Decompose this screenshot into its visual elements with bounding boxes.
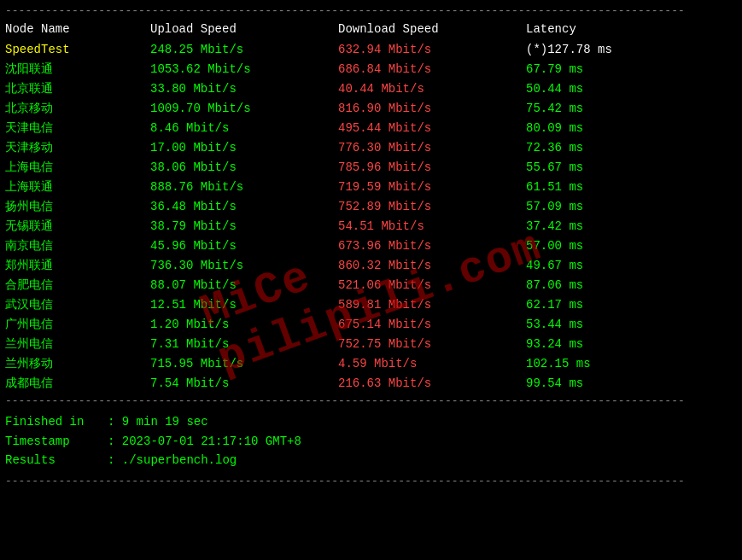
cell-latency: 62.17 ms xyxy=(526,296,697,314)
cell-node: SpeedTest xyxy=(5,41,150,59)
cell-node: 合肥电信 xyxy=(5,277,150,295)
table-row: 合肥电信 88.07 Mbit/s 521.06 Mbit/s 87.06 ms xyxy=(5,276,737,295)
footer-finished-value: : 9 min 19 sec xyxy=(108,412,208,431)
cell-download: 521.06 Mbit/s xyxy=(338,277,526,295)
table-row: 上海联通 888.76 Mbit/s 719.59 Mbit/s 61.51 m… xyxy=(5,178,737,197)
cell-latency: 67.79 ms xyxy=(526,61,697,79)
cell-upload: 888.76 Mbit/s xyxy=(150,178,338,196)
top-divider: ----------------------------------------… xyxy=(5,3,737,19)
cell-upload: 17.00 Mbit/s xyxy=(150,139,338,157)
cell-upload: 715.95 Mbit/s xyxy=(150,355,338,373)
cell-download: 632.94 Mbit/s xyxy=(338,41,526,59)
cell-upload: 8.46 Mbit/s xyxy=(150,120,338,137)
table-header: Node Name Upload Speed Download Speed La… xyxy=(5,19,737,40)
cell-latency: 75.42 ms xyxy=(526,100,697,118)
cell-node: 上海电信 xyxy=(5,159,150,177)
cell-node: 兰州移动 xyxy=(5,355,150,373)
cell-download: 40.44 Mbit/s xyxy=(338,80,526,98)
cell-download: 673.96 Mbit/s xyxy=(338,237,526,255)
header-upload: Upload Speed xyxy=(150,20,338,38)
cell-download: 495.44 Mbit/s xyxy=(338,120,526,137)
cell-latency: 57.00 ms xyxy=(526,237,697,255)
cell-node: 北京联通 xyxy=(5,80,150,98)
table-row: 成都电信 7.54 Mbit/s 216.63 Mbit/s 99.54 ms xyxy=(5,374,737,394)
footer-section: Finished in : 9 min 19 sec Timestamp : 2… xyxy=(5,409,737,473)
cell-upload: 12.51 Mbit/s xyxy=(150,296,338,314)
cell-download: 752.89 Mbit/s xyxy=(338,198,526,216)
cell-upload: 38.06 Mbit/s xyxy=(150,159,338,177)
cell-upload: 1053.62 Mbit/s xyxy=(150,61,338,79)
cell-upload: 33.80 Mbit/s xyxy=(150,80,338,98)
table-row: 兰州电信 7.31 Mbit/s 752.75 Mbit/s 93.24 ms xyxy=(5,335,737,354)
cell-node: 广州电信 xyxy=(5,316,150,334)
cell-upload: 45.96 Mbit/s xyxy=(150,237,338,255)
cell-node: 兰州电信 xyxy=(5,335,150,353)
cell-node: 郑州联通 xyxy=(5,257,150,275)
table-row: 武汉电信 12.51 Mbit/s 589.81 Mbit/s 62.17 ms xyxy=(5,295,737,315)
table-row: 扬州电信 36.48 Mbit/s 752.89 Mbit/s 57.09 ms xyxy=(5,197,737,217)
table-row: 无锡联通 38.79 Mbit/s 54.51 Mbit/s 37.42 ms xyxy=(5,217,737,236)
table-row: 广州电信 1.20 Mbit/s 675.14 Mbit/s 53.44 ms xyxy=(5,315,737,335)
cell-download: 589.81 Mbit/s xyxy=(338,296,526,314)
header-latency: Latency xyxy=(526,20,697,38)
cell-download: 686.84 Mbit/s xyxy=(338,61,526,79)
cell-latency: 57.09 ms xyxy=(526,198,697,216)
cell-latency: 99.54 ms xyxy=(526,375,697,393)
footer-finished-label: Finished in xyxy=(5,412,108,431)
cell-download: 216.63 Mbit/s xyxy=(338,375,526,393)
cell-node: 天津移动 xyxy=(5,139,150,157)
cell-download: 816.90 Mbit/s xyxy=(338,100,526,118)
table-row: 兰州移动 715.95 Mbit/s 4.59 Mbit/s 102.15 ms xyxy=(5,354,737,374)
cell-latency: (*)127.78 ms xyxy=(526,41,697,59)
cell-node: 天津电信 xyxy=(5,120,150,137)
cell-latency: 72.36 ms xyxy=(526,139,697,157)
cell-node: 无锡联通 xyxy=(5,218,150,236)
footer-timestamp-value: : 2023-07-01 21:17:10 GMT+8 xyxy=(108,432,301,451)
footer-results-label: Results xyxy=(5,451,108,470)
cell-download: 776.30 Mbit/s xyxy=(338,139,526,157)
footer-results-value: : ./superbench.log xyxy=(108,451,237,470)
cell-upload: 88.07 Mbit/s xyxy=(150,277,338,295)
footer-timestamp-label: Timestamp xyxy=(5,432,108,451)
table-row: 郑州联通 736.30 Mbit/s 860.32 Mbit/s 49.67 m… xyxy=(5,256,737,276)
cell-upload: 1009.70 Mbit/s xyxy=(150,100,338,118)
footer-results: Results : ./superbench.log xyxy=(5,451,737,470)
cell-download: 719.59 Mbit/s xyxy=(338,178,526,196)
table-row: SpeedTest 248.25 Mbit/s 632.94 Mbit/s (*… xyxy=(5,40,737,60)
cell-latency: 80.09 ms xyxy=(526,120,697,137)
cell-latency: 102.15 ms xyxy=(526,355,697,373)
cell-upload: 38.79 Mbit/s xyxy=(150,218,338,236)
cell-node: 北京移动 xyxy=(5,100,150,118)
table-row: 沈阳联通 1053.62 Mbit/s 686.84 Mbit/s 67.79 … xyxy=(5,60,737,79)
cell-download: 54.51 Mbit/s xyxy=(338,218,526,236)
cell-node: 上海联通 xyxy=(5,178,150,196)
table-row: 上海电信 38.06 Mbit/s 785.96 Mbit/s 55.67 ms xyxy=(5,158,737,178)
main-container: MiCe pilipili.com ----------------------… xyxy=(0,0,742,560)
cell-download: 860.32 Mbit/s xyxy=(338,257,526,275)
cell-download: 785.96 Mbit/s xyxy=(338,159,526,177)
bottom-divider: ----------------------------------------… xyxy=(5,394,737,409)
cell-upload: 36.48 Mbit/s xyxy=(150,198,338,216)
header-node: Node Name xyxy=(5,20,150,38)
cell-node: 沈阳联通 xyxy=(5,61,150,79)
cell-upload: 248.25 Mbit/s xyxy=(150,41,338,59)
table-row: 天津移动 17.00 Mbit/s 776.30 Mbit/s 72.36 ms xyxy=(5,138,737,158)
table-row: 北京联通 33.80 Mbit/s 40.44 Mbit/s 50.44 ms xyxy=(5,79,737,99)
cell-latency: 53.44 ms xyxy=(526,316,697,334)
cell-node: 成都电信 xyxy=(5,375,150,393)
cell-node: 扬州电信 xyxy=(5,198,150,216)
table-row: 南京电信 45.96 Mbit/s 673.96 Mbit/s 57.00 ms xyxy=(5,236,737,256)
cell-download: 4.59 Mbit/s xyxy=(338,355,526,373)
final-divider: ----------------------------------------… xyxy=(5,474,737,489)
cell-latency: 61.51 ms xyxy=(526,178,697,196)
cell-latency: 93.24 ms xyxy=(526,335,697,353)
cell-latency: 37.42 ms xyxy=(526,218,697,236)
cell-latency: 50.44 ms xyxy=(526,80,697,98)
cell-latency: 55.67 ms xyxy=(526,159,697,177)
cell-latency: 87.06 ms xyxy=(526,277,697,295)
cell-upload: 736.30 Mbit/s xyxy=(150,257,338,275)
header-download: Download Speed xyxy=(338,20,526,38)
cell-node: 武汉电信 xyxy=(5,296,150,314)
table-body: SpeedTest 248.25 Mbit/s 632.94 Mbit/s (*… xyxy=(5,40,737,394)
footer-finished: Finished in : 9 min 19 sec xyxy=(5,412,737,431)
